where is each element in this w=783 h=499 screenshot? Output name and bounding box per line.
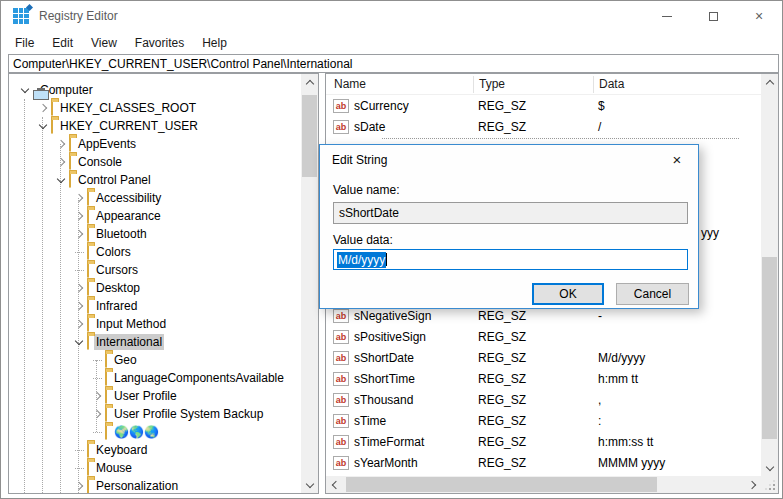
chevron-right-icon[interactable] [53,154,69,170]
menu-file[interactable]: File [6,33,43,53]
tree-item-control-panel[interactable]: Control Panel [9,171,301,189]
chevron-right-icon[interactable] [89,406,105,422]
chevron-down-icon[interactable] [17,82,33,98]
chevron-down-icon[interactable] [71,334,87,350]
value-data-label: Value data: [333,233,393,247]
chevron-right-icon[interactable] [89,388,105,404]
tree-item-label: Appearance [94,208,163,224]
chevron-right-icon[interactable] [71,280,87,296]
address-bar[interactable]: Computer\HKEY_CURRENT_USER\Control Panel… [8,54,779,73]
tree-item-mouse[interactable]: Mouse [9,459,301,477]
selected-text: M/d/yyyy [337,252,386,268]
chevron-right-icon[interactable] [71,316,87,332]
chevron-right-icon[interactable] [71,298,87,314]
dialog-close-button[interactable]: × [657,146,697,173]
list-scrollbar-thumb[interactable] [762,257,777,439]
registry-value-row-sshortdate[interactable]: absShortDateREG_SZM/d/yyyy [326,348,761,369]
registry-value-row-sshorttime[interactable]: absShortTimeREG_SZh:mm tt [326,369,761,390]
tree-item-label: LanguageComponentsAvailable [112,370,286,386]
chevron-down-icon[interactable] [35,118,51,134]
column-separator[interactable] [473,76,474,93]
registry-editor-window: Registry Editor × FileEditViewFavoritesH… [0,0,783,499]
chevron-down-icon[interactable] [53,172,69,188]
scroll-down-button[interactable] [761,459,778,476]
minimize-icon [662,16,672,17]
maximize-button[interactable] [690,1,736,31]
folder-icon [87,479,89,493]
tree-item-cursors[interactable]: Cursors [9,261,301,279]
tree-item-user-profile-system-backup[interactable]: User Profile System Backup [9,405,301,423]
tree-item-infrared[interactable]: Infrared [9,297,301,315]
chevron-right-icon[interactable] [35,100,51,116]
value-data-input[interactable]: M/d/yyyy [333,249,688,270]
scroll-left-button[interactable] [326,476,343,493]
menu-favorites[interactable]: Favorites [126,33,193,53]
resize-grip-icon[interactable] [773,488,775,490]
tree-item-appevents[interactable]: AppEvents [9,135,301,153]
tree-item-international[interactable]: International [9,333,301,351]
list-vertical-scrollbar[interactable] [761,74,778,476]
tree-item-console[interactable]: Console [9,153,301,171]
chevron-right-icon[interactable] [53,136,69,152]
scroll-up-button[interactable] [761,74,778,91]
registry-value-row-snegativesign[interactable]: absNegativeSignREG_SZ- [326,306,761,327]
value-type: REG_SZ [478,414,526,428]
value-type: REG_SZ [478,309,526,323]
list-horizontal-scrollbar[interactable] [326,476,761,493]
value-data: M/d/yyyy [598,351,645,365]
registry-value-row-stimeformat[interactable]: absTimeFormatREG_SZh:mm:ss tt [326,432,761,453]
tree-item-hkey-classes-root[interactable]: HKEY_CLASSES_ROOT [9,99,301,117]
column-header-type[interactable]: Type [479,77,505,91]
registry-value-row-spositivesign[interactable]: absPositiveSignREG_SZ [326,327,761,348]
tree-item-key[interactable]: 🌍🌎🌏 [9,423,301,441]
registry-value-row-scurrency[interactable]: absCurrencyREG_SZ$ [326,96,761,117]
column-separator[interactable] [593,76,594,93]
cancel-button[interactable]: Cancel [616,283,689,305]
tree-item-languagecomponentsavailable[interactable]: LanguageComponentsAvailable [9,369,301,387]
string-value-icon: ab [333,120,349,134]
tree-item-geo[interactable]: Geo [9,351,301,369]
value-name-field: sShortDate [333,202,688,224]
tree-scrollbar-thumb[interactable] [302,95,317,177]
tree-item-label: User Profile [112,388,179,404]
tree-item-colors[interactable]: Colors [9,243,301,261]
tree-item-appearance[interactable]: Appearance [9,207,301,225]
menu-view[interactable]: View [82,33,126,53]
tree-item-bluetooth[interactable]: Bluetooth [9,225,301,243]
menu-edit[interactable]: Edit [43,33,82,53]
scroll-down-button[interactable] [301,476,318,493]
tree-item-personalization[interactable]: Personalization [9,477,301,493]
close-button[interactable]: × [736,1,782,31]
menu-help[interactable]: Help [193,33,236,53]
value-name-label: Value name: [333,183,400,197]
registry-value-row-sdate[interactable]: absDateREG_SZ/ [326,117,761,138]
column-header-data[interactable]: Data [599,77,624,91]
chevron-right-icon[interactable] [71,478,87,493]
tree-item-desktop[interactable]: Desktop [9,279,301,297]
tree-item-accessibility[interactable]: Accessibility [9,189,301,207]
registry-value-row-syearmonth[interactable]: absYearMonthREG_SZMMMM yyyy [326,453,761,474]
tree-item-keyboard[interactable]: Keyboard [9,441,301,459]
scroll-right-button[interactable] [744,476,761,493]
minimize-button[interactable] [644,1,690,31]
chevron-right-icon[interactable] [71,226,87,242]
registry-value-row-stime[interactable]: absTimeREG_SZ: [326,411,761,432]
tree-item-input-method[interactable]: Input Method [9,315,301,333]
horizontal-scrollbar-thumb[interactable] [346,477,657,492]
tree-connector [71,244,87,260]
scroll-up-button[interactable] [301,74,318,91]
value-name: sTimeFormat [354,435,424,449]
column-header-name[interactable]: Name [334,77,366,91]
tree-item-hkey-current-user[interactable]: HKEY_CURRENT_USER [9,117,301,135]
value-data: h:mm:ss tt [598,435,653,449]
chevron-right-icon[interactable] [71,190,87,206]
tree-item-computer[interactable]: Computer [9,81,301,99]
value-name: sShortTime [354,372,415,386]
registry-value-row-sthousand[interactable]: absThousandREG_SZ, [326,390,761,411]
tree-item-user-profile[interactable]: User Profile [9,387,301,405]
tree-item-label: Colors [94,244,133,260]
tree-vertical-scrollbar[interactable] [301,74,318,493]
ok-button[interactable]: OK [532,283,604,305]
chevron-right-icon[interactable] [71,208,87,224]
value-data: MMMM yyyy [598,456,665,470]
